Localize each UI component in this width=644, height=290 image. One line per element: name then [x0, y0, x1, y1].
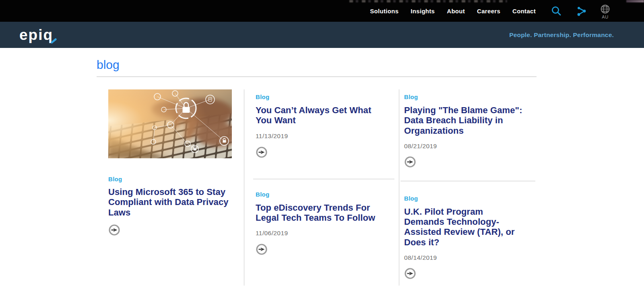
globe-icon [600, 4, 610, 14]
read-more-arrow-icon[interactable] [108, 224, 120, 236]
card-title[interactable]: Top eDiscovery Trends For Legal Tech Tea… [256, 203, 385, 223]
epiq-logo[interactable]: epiq [19, 27, 56, 42]
main-content: blog [0, 58, 644, 286]
card-category: Blog [404, 195, 537, 202]
card-divider [253, 179, 394, 179]
card-category: Blog [256, 191, 399, 198]
read-more-arrow-icon[interactable] [256, 146, 268, 158]
blog-column-2: Blog You Can’t Always Get What You Want … [244, 89, 399, 286]
page-title: blog [97, 58, 644, 71]
read-more-arrow-icon[interactable] [256, 243, 268, 255]
read-more-arrow-icon[interactable] [404, 156, 416, 168]
nav-careers[interactable]: Careers [477, 8, 500, 14]
nav-about[interactable]: About [447, 8, 465, 14]
search-icon[interactable] [551, 6, 562, 17]
page-title-divider [97, 77, 537, 77]
top-nav-bar: Solutions Insights About Careers Contact… [0, 0, 644, 22]
top-edge-artifact-right [626, 0, 644, 2]
thumbnail-art-laptop-security [108, 89, 232, 158]
nav-solutions[interactable]: Solutions [370, 8, 398, 14]
blog-column-3: Blog Playing "The Blame Game": Data Brea… [399, 89, 537, 286]
read-more-arrow-icon[interactable] [404, 267, 416, 280]
share-icon[interactable] [576, 6, 586, 16]
card-date: 08/14/2019 [404, 254, 537, 261]
card-date: 11/13/2019 [256, 133, 399, 140]
card-title[interactable]: Using Microsoft 365 to Stay Compliant wi… [108, 187, 234, 218]
blog-card: Blog Playing "The Blame Game": Data Brea… [404, 93, 537, 170]
blog-card: Blog U.K. Pilot Program Demands Technolo… [404, 195, 537, 281]
blog-card: Blog Top eDiscovery Trends For Legal Tec… [256, 191, 399, 257]
card-divider [400, 181, 535, 181]
top-edge-artifact [349, 0, 507, 2]
card-date: 08/21/2019 [404, 143, 537, 150]
blog-grid: Blog Using Microsoft 365 to Stay Complia… [97, 89, 537, 286]
card-date: 11/06/2019 [256, 230, 399, 237]
nav-contact[interactable]: Contact [512, 8, 536, 14]
blog-card: Blog You Can’t Always Get What You Want … [256, 93, 399, 160]
region-label: AU [602, 14, 608, 19]
brand-tagline: People. Partnership. Performance. [509, 31, 614, 39]
card-title[interactable]: U.K. Pilot Program Demands Technology-As… [404, 207, 523, 247]
card-title[interactable]: You Can’t Always Get What You Want [256, 105, 385, 126]
nav-insights[interactable]: Insights [411, 8, 435, 14]
article-thumbnail[interactable] [108, 89, 232, 158]
blog-column-1: Blog Using Microsoft 365 to Stay Complia… [97, 89, 244, 286]
region-selector[interactable]: AU [600, 4, 610, 19]
card-category: Blog [108, 176, 244, 182]
card-category: Blog [256, 93, 399, 100]
epiq-logo-text: epiq [19, 27, 53, 43]
card-title[interactable]: Playing "The Blame Game": Data Breach Li… [404, 105, 523, 136]
card-category: Blog [404, 93, 537, 100]
brand-header: epiq People. Partnership. Performance. [0, 22, 644, 48]
